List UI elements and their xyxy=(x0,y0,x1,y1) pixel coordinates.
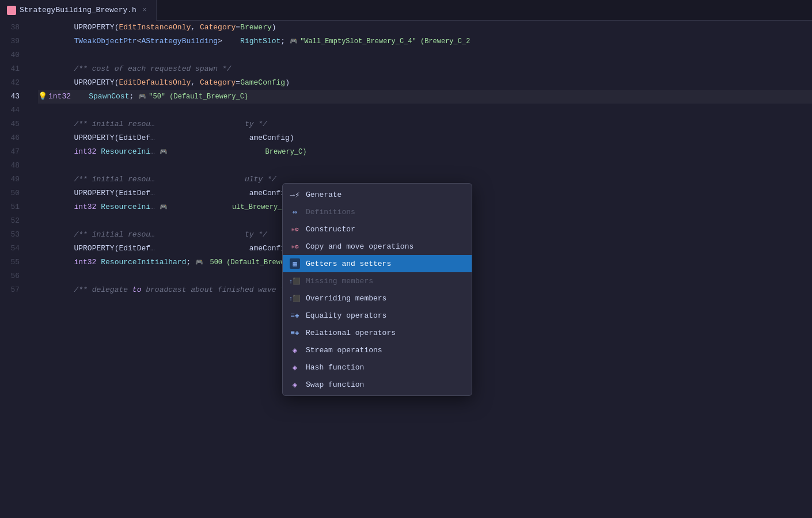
context-menu: →⚡ Generate ⇔ Definitions ✳⚙ Constructor… xyxy=(282,183,472,396)
line-num-55: 55 xyxy=(5,256,24,269)
code-line-38: UPROPERTY(EditInstanceOnly, Category=Bre… xyxy=(38,21,812,35)
gamepad-icon-55: 🎮 xyxy=(195,256,203,269)
missing-members-icon: ↑⬛ xyxy=(290,276,300,286)
relational-operators-icon: ≡✚ xyxy=(290,327,300,338)
menu-item-generate[interactable]: →⚡ Generate xyxy=(283,186,472,203)
code-line-39: TWeakObjectPtr<AStrategyBuilding> RightS… xyxy=(38,35,812,48)
code-line-43: 💡 int32 SpawnCost; 🎮 "50" (Default_Brewe… xyxy=(38,90,812,104)
gamepad-icon-43: 🎮 xyxy=(138,90,146,104)
line-numbers: 38 39 40 41 42 43 44 45 46 47 48 49 50 5… xyxy=(0,21,29,518)
equality-operators-icon: ≡✚ xyxy=(290,310,300,321)
menu-item-swap-label: Swap function xyxy=(306,380,465,389)
line-num-43: 43 xyxy=(5,90,24,104)
menu-item-equality-label: Equality operators xyxy=(306,311,465,320)
constructor-icon: ✳⚙ xyxy=(290,224,300,234)
overriding-members-icon: ↑⬛ xyxy=(290,293,300,303)
line-num-47: 47 xyxy=(5,145,24,159)
code-line-46: UPROPERTY(EditDef … ameConfig) xyxy=(38,131,812,145)
menu-item-definitions: ⇔ Definitions xyxy=(283,203,472,220)
menu-item-generate-label: Generate xyxy=(306,191,465,199)
line-num-50: 50 xyxy=(5,186,24,200)
line-num-53: 53 xyxy=(5,228,24,242)
menu-item-constructor-label: Constructor xyxy=(306,225,465,234)
menu-item-missing: ↑⬛ Missing members xyxy=(283,272,472,290)
tab-filename: StrategyBuilding_Brewery.h xyxy=(20,6,136,14)
code-line-48 xyxy=(38,159,812,173)
editor-area: 38 39 40 41 42 43 44 45 46 47 48 49 50 5… xyxy=(0,21,812,518)
line-num-57: 57 xyxy=(5,283,24,297)
line-num-51: 51 xyxy=(5,200,24,214)
menu-item-stream-label: Stream operations xyxy=(306,346,465,355)
line-num-54: 54 xyxy=(5,242,24,256)
line-num-45: 45 xyxy=(5,117,24,131)
hash-function-icon: ◈ xyxy=(290,362,300,372)
code-line-41: /** cost of each requested spawn */ xyxy=(38,62,812,76)
line-num-42: 42 xyxy=(5,76,24,90)
code-line-40 xyxy=(38,48,812,62)
code-line-42: UPROPERTY(EditDefaultsOnly, Category=Gam… xyxy=(38,76,812,90)
menu-item-relational-label: Relational operators xyxy=(306,329,465,337)
gamepad-icon-47: 🎮 xyxy=(160,145,168,159)
line-num-49: 49 xyxy=(5,173,24,186)
tab-bar: StrategyBuilding_Brewery.h × xyxy=(0,0,812,21)
line-num-48: 48 xyxy=(5,159,24,173)
menu-item-hash-label: Hash function xyxy=(306,363,465,372)
menu-item-stream[interactable]: ◈ Stream operations xyxy=(283,341,472,359)
generate-icon: →⚡ xyxy=(290,189,300,200)
menu-item-missing-label: Missing members xyxy=(306,277,465,285)
menu-item-overriding-label: Overriding members xyxy=(306,294,465,303)
line-num-40: 40 xyxy=(5,48,24,62)
line-num-52: 52 xyxy=(5,214,24,228)
menu-item-copy-move[interactable]: ✳⚙ Copy and move operations xyxy=(283,238,472,255)
menu-item-relational[interactable]: ≡✚ Relational operators xyxy=(283,324,472,341)
menu-item-getters-setters-label: Getters and setters xyxy=(306,260,465,268)
menu-item-swap[interactable]: ◈ Swap function xyxy=(283,376,472,393)
code-line-47: int32 ResourceIni … 🎮 Brewery_C) xyxy=(38,145,812,159)
line-num-46: 46 xyxy=(5,131,24,145)
code-line-44 xyxy=(38,104,812,117)
file-type-icon xyxy=(7,6,16,15)
tab-close-button[interactable]: × xyxy=(140,6,149,15)
line-num-39: 39 xyxy=(5,35,24,48)
definitions-icon: ⇔ xyxy=(290,207,300,217)
line-num-56: 56 xyxy=(5,269,24,283)
getters-setters-icon: ▦ xyxy=(290,258,300,269)
swap-function-icon: ◈ xyxy=(290,379,300,390)
gamepad-icon-51: 🎮 xyxy=(160,200,168,214)
menu-item-equality[interactable]: ≡✚ Equality operators xyxy=(283,307,472,324)
menu-item-copy-move-label: Copy and move operations xyxy=(306,242,465,251)
active-tab[interactable]: StrategyBuilding_Brewery.h × xyxy=(0,0,157,21)
menu-item-definitions-label: Definitions xyxy=(306,208,465,216)
menu-item-hash[interactable]: ◈ Hash function xyxy=(283,359,472,376)
line-num-44: 44 xyxy=(5,104,24,117)
gamepad-icon-39: 🎮 xyxy=(290,35,298,48)
lightbulb-icon: 💡 xyxy=(38,90,47,104)
menu-item-getters-setters[interactable]: ▦ Getters and setters xyxy=(283,255,472,272)
stream-operations-icon: ◈ xyxy=(290,345,300,355)
copy-move-icon: ✳⚙ xyxy=(290,241,300,252)
code-line-45: /** initial resou … ty */ xyxy=(38,117,812,131)
menu-item-constructor[interactable]: ✳⚙ Constructor xyxy=(283,220,472,238)
menu-item-overriding[interactable]: ↑⬛ Overriding members xyxy=(283,290,472,307)
line-num-41: 41 xyxy=(5,62,24,76)
line-num-38: 38 xyxy=(5,21,24,35)
